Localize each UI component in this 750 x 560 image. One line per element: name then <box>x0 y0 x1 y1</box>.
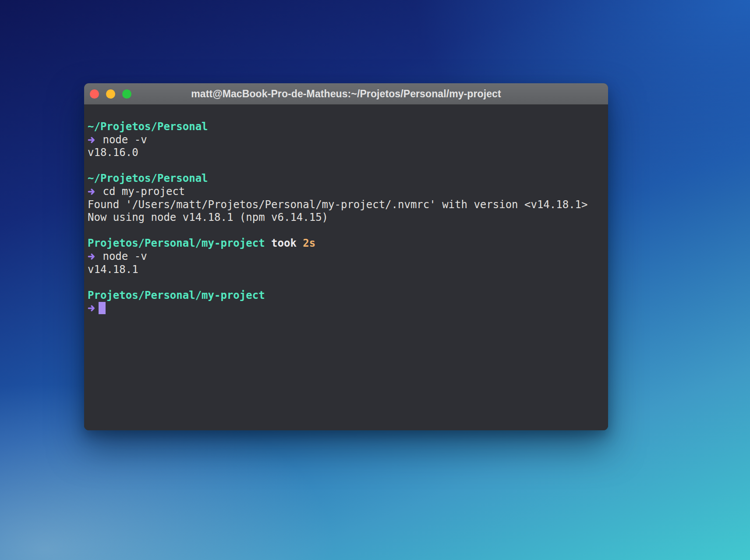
zoom-button[interactable] <box>122 89 131 99</box>
terminal-text: node -v <box>96 134 147 146</box>
terminal-line <box>88 224 603 237</box>
terminal-text: ~/Projetos/Personal <box>88 172 208 184</box>
terminal-text: Found '/Users/matt/Projetos/Personal/my-… <box>88 198 588 211</box>
terminal-text: took <box>265 237 303 249</box>
terminal-text: cd my-project <box>96 185 185 198</box>
prompt-arrow-icon <box>88 185 96 198</box>
terminal-line: Now using node v14.18.1 (npm v6.14.15) <box>88 211 603 224</box>
prompt-arrow-icon <box>88 250 96 263</box>
terminal-line: node -v <box>88 134 603 147</box>
terminal-line: ~/Projetos/Personal <box>88 172 603 185</box>
prompt-arrow-icon <box>88 134 96 147</box>
terminal-line <box>88 276 603 289</box>
terminal-text: Now using node v14.18.1 (npm v6.14.15) <box>88 211 328 223</box>
terminal-window: matt@MacBook-Pro-de-Matheus:~/Projetos/P… <box>84 83 608 430</box>
terminal-line: v18.16.0 <box>88 146 603 159</box>
terminal-line: Projetos/Personal/my-project <box>88 289 603 302</box>
terminal-line <box>88 302 603 315</box>
terminal-line: v14.18.1 <box>88 263 603 276</box>
terminal-text: Projetos/Personal/my-project <box>88 289 265 301</box>
terminal-text: ~/Projetos/Personal <box>88 121 208 133</box>
terminal-text: v14.18.1 <box>88 263 138 276</box>
terminal-line: Found '/Users/matt/Projetos/Personal/my-… <box>88 198 603 212</box>
minimize-button[interactable] <box>106 89 115 99</box>
terminal-text: Projetos/Personal/my-project <box>88 237 265 249</box>
terminal-text: node -v <box>96 250 147 262</box>
window-title: matt@MacBook-Pro-de-Matheus:~/Projetos/P… <box>84 88 608 100</box>
terminal-screen[interactable]: ~/Projetos/Personal node -vv18.16.0~/Pro… <box>84 105 608 430</box>
window-titlebar[interactable]: matt@MacBook-Pro-de-Matheus:~/Projetos/P… <box>84 83 608 105</box>
terminal-line: Projetos/Personal/my-project took 2s <box>88 237 603 250</box>
traffic-light-buttons <box>90 83 131 104</box>
terminal-text: v18.16.0 <box>88 146 138 159</box>
terminal-line <box>88 159 603 173</box>
desktop-background: matt@MacBook-Pro-de-Matheus:~/Projetos/P… <box>0 0 750 560</box>
terminal-line: ~/Projetos/Personal <box>88 121 603 134</box>
terminal-text: 2s <box>303 237 315 249</box>
terminal-line: cd my-project <box>88 185 603 198</box>
terminal-line: node -v <box>88 250 603 263</box>
close-button[interactable] <box>90 89 99 99</box>
terminal-cursor <box>99 302 106 314</box>
prompt-arrow-icon <box>88 302 96 315</box>
